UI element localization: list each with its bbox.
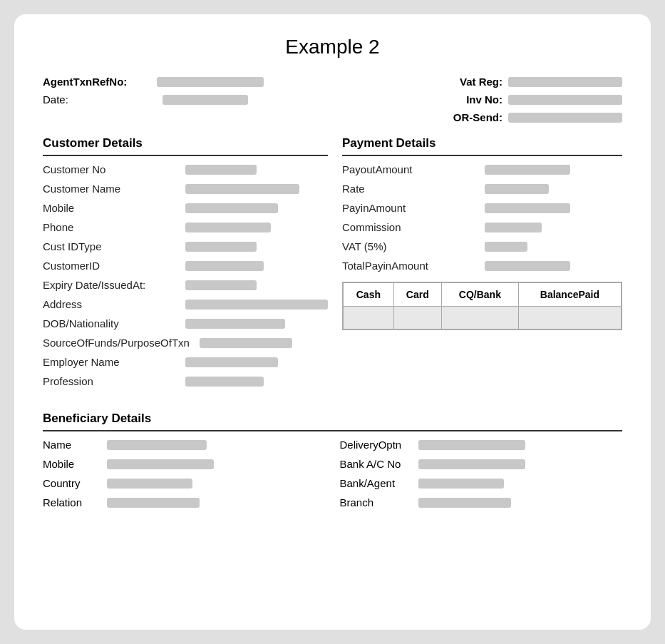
payout-amount-label: PayoutAmount <box>342 163 485 175</box>
delivery-optn-value <box>418 440 525 450</box>
customer-id-row: CustomerID <box>43 260 328 272</box>
mobile-row: Mobile <box>43 202 328 214</box>
bene-relation-label: Relation <box>43 496 107 508</box>
bank-agent-label: Bank/Agent <box>340 477 418 489</box>
branch-row: Branch <box>340 496 623 508</box>
source-funds-label: SourceOfFunds/PurposeOfTxn <box>43 337 200 349</box>
rate-value <box>485 184 549 194</box>
or-send-value <box>508 113 622 123</box>
beneficiary-details-section: Beneficiary Details Name Mobile Country … <box>43 412 622 516</box>
date-value <box>163 95 248 105</box>
sections-row: Customer Details Customer No Customer Na… <box>43 136 622 394</box>
employer-name-value <box>185 357 278 367</box>
branch-value <box>418 498 511 508</box>
page-title: Example 2 <box>43 36 622 58</box>
total-payin-value <box>485 261 570 271</box>
bene-mobile-value <box>107 459 214 469</box>
commission-label: Commission <box>342 221 485 233</box>
dob-nationality-row: DOB/Nationality <box>43 317 328 329</box>
phone-label: Phone <box>43 221 185 233</box>
total-payin-label: TotalPayinAmount <box>342 260 485 272</box>
cust-idtype-label: Cust IDType <box>43 240 185 252</box>
bene-right: DeliveryOptn Bank A/C No Bank/Agent Bran… <box>340 439 623 516</box>
source-funds-row: SourceOfFunds/PurposeOfTxn <box>43 337 328 349</box>
card-value-cell <box>393 307 441 329</box>
bank-agent-value <box>418 479 504 489</box>
bene-mobile-label: Mobile <box>43 458 107 470</box>
profession-value <box>185 377 264 387</box>
profession-row: Profession <box>43 375 328 387</box>
phone-value <box>185 223 271 232</box>
bene-row: Name Mobile Country Relation D <box>43 439 622 516</box>
customer-details-section: Customer Details Customer No Customer Na… <box>43 136 328 394</box>
commission-row: Commission <box>342 221 622 233</box>
customer-no-row: Customer No <box>43 163 328 175</box>
vat-reg-row: Vat Reg: <box>460 76 622 88</box>
cash-value-cell <box>344 307 394 329</box>
top-left: AgentTxnRefNo: Date: <box>43 76 264 123</box>
payin-amount-value <box>485 203 570 213</box>
agent-txn-row: AgentTxnRefNo: <box>43 76 264 88</box>
rate-row: Rate <box>342 183 622 195</box>
payin-amount-row: PayinAmount <box>342 202 622 214</box>
bene-section-title: Beneficiary Details <box>43 412 622 426</box>
bene-name-label: Name <box>43 439 107 451</box>
customer-section-title: Customer Details <box>43 136 328 150</box>
cq-bank-value-cell <box>441 307 518 329</box>
main-page: Example 2 AgentTxnRefNo: Date: Vat Reg: … <box>14 14 651 630</box>
phone-row: Phone <box>43 221 328 233</box>
col-cq-bank: CQ/Bank <box>441 283 518 307</box>
bank-ac-no-value <box>418 459 525 469</box>
bene-divider <box>43 430 622 431</box>
customer-no-value <box>185 165 257 175</box>
delivery-optn-row: DeliveryOptn <box>340 439 623 451</box>
vat-label: VAT (5%) <box>342 240 485 252</box>
date-row: Date: <box>43 93 264 106</box>
cust-idtype-row: Cust IDType <box>43 240 328 252</box>
top-right: Vat Reg: Inv No: OR-Send: <box>453 76 622 123</box>
customer-name-value <box>185 184 299 194</box>
mobile-label: Mobile <box>43 202 185 214</box>
address-value <box>185 300 328 310</box>
top-row: AgentTxnRefNo: Date: Vat Reg: Inv No: OR… <box>43 76 622 123</box>
dob-nationality-value <box>185 319 285 329</box>
payment-divider <box>342 155 622 156</box>
source-funds-value <box>200 338 292 348</box>
expiry-date-label: Expiry Date/IssuedAt: <box>43 279 185 291</box>
payin-amount-label: PayinAmount <box>342 202 485 214</box>
col-cash: Cash <box>344 283 394 307</box>
branch-label: Branch <box>340 496 418 508</box>
agent-txn-label: AgentTxnRefNo: <box>43 76 157 88</box>
address-label: Address <box>43 298 185 310</box>
address-row: Address <box>43 298 328 310</box>
vat-reg-label: Vat Reg: <box>460 76 502 88</box>
bene-country-value <box>107 479 192 489</box>
customer-id-value <box>185 261 264 271</box>
profession-label: Profession <box>43 375 185 387</box>
employer-name-row: Employer Name <box>43 356 328 368</box>
customer-divider <box>43 155 328 156</box>
dob-nationality-label: DOB/Nationality <box>43 317 185 329</box>
mobile-value <box>185 203 278 213</box>
bene-country-row: Country <box>43 477 326 489</box>
payment-section-title: Payment Details <box>342 136 622 150</box>
expiry-date-row: Expiry Date/IssuedAt: <box>43 279 328 291</box>
bene-country-label: Country <box>43 477 107 489</box>
col-card: Card <box>393 283 441 307</box>
customer-no-label: Customer No <box>43 163 185 175</box>
payout-amount-value <box>485 165 570 175</box>
vat-value <box>485 242 527 252</box>
expiry-date-value <box>185 280 257 290</box>
employer-name-label: Employer Name <box>43 356 185 368</box>
balance-paid-value-cell <box>518 307 621 329</box>
rate-label: Rate <box>342 183 485 195</box>
payment-table: Cash Card CQ/Bank BalancePaid <box>342 282 622 330</box>
bene-relation-row: Relation <box>43 496 326 508</box>
bank-agent-row: Bank/Agent <box>340 477 623 489</box>
vat-reg-value <box>508 77 622 87</box>
customer-name-row: Customer Name <box>43 183 328 195</box>
agent-txn-value <box>157 77 264 87</box>
inv-no-value <box>508 95 622 105</box>
bank-ac-no-row: Bank A/C No <box>340 458 623 470</box>
bank-ac-no-label: Bank A/C No <box>340 458 418 470</box>
